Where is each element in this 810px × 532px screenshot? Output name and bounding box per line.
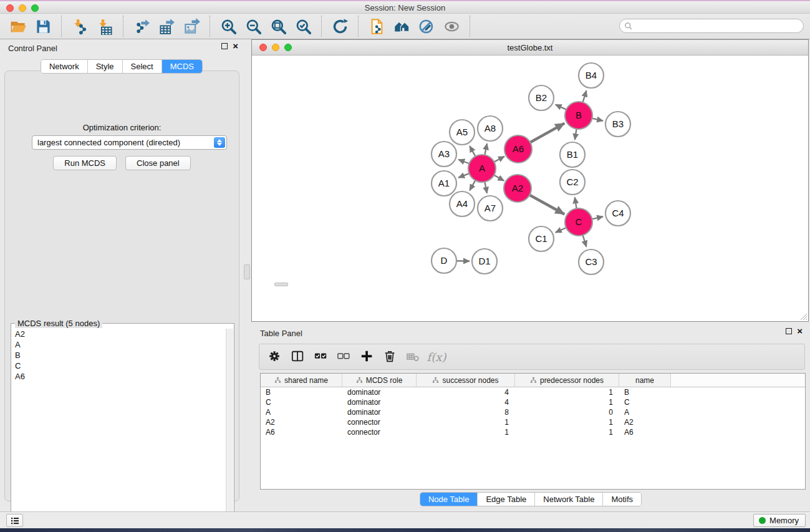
column-header-shared-name[interactable]: shared name bbox=[261, 374, 342, 387]
search-icon bbox=[624, 22, 633, 31]
zoom-selected-button[interactable] bbox=[291, 15, 316, 37]
table-tab-motifs[interactable]: Motifs bbox=[603, 493, 641, 506]
column-header-predecessor-nodes[interactable]: predecessor nodes bbox=[515, 374, 619, 387]
table-tab-node-table[interactable]: Node Table bbox=[420, 493, 478, 506]
table-row[interactable]: Adominator80A bbox=[261, 407, 805, 417]
window-title: Session: New Session bbox=[0, 3, 810, 12]
cell-name: B bbox=[619, 387, 671, 397]
table-tab-edge-table[interactable]: Edge Table bbox=[478, 493, 535, 506]
result-scrollbar[interactable] bbox=[226, 329, 233, 532]
graph-node-A4[interactable]: A4 bbox=[450, 191, 475, 216]
search-input[interactable] bbox=[633, 21, 803, 32]
graph-node-A1[interactable]: A1 bbox=[432, 171, 456, 196]
table-row[interactable]: A6connector11A6 bbox=[261, 427, 805, 437]
gear-button[interactable] bbox=[266, 347, 284, 367]
zoom-out-button[interactable] bbox=[241, 15, 266, 37]
export-table-button[interactable] bbox=[154, 15, 179, 37]
column-header-successor-nodes[interactable]: successor nodes bbox=[417, 374, 515, 387]
export-image-button[interactable] bbox=[179, 15, 204, 37]
graph-node-C2[interactable]: C2 bbox=[560, 170, 585, 195]
graph-node-B1[interactable]: B1 bbox=[560, 142, 585, 167]
tab-select[interactable]: Select bbox=[123, 60, 162, 73]
table-tab-network-table[interactable]: Network Table bbox=[535, 493, 603, 506]
close-panel-button[interactable]: Close panel bbox=[125, 156, 191, 170]
divider-handle[interactable] bbox=[244, 264, 250, 279]
result-item[interactable]: A2 bbox=[11, 329, 226, 339]
table-row[interactable]: Bdominator41B bbox=[261, 387, 805, 397]
result-item[interactable]: A6 bbox=[11, 371, 226, 382]
import-table-button[interactable] bbox=[92, 15, 117, 37]
graph-node-B4[interactable]: B4 bbox=[579, 63, 604, 88]
graph-node-B[interactable]: B bbox=[565, 102, 592, 129]
close-table-panel-icon[interactable]: × bbox=[797, 328, 803, 334]
criterion-dropdown[interactable]: largest connected component (directed) bbox=[32, 135, 227, 150]
check-pair-button[interactable] bbox=[312, 347, 330, 367]
graph-node-C4[interactable]: C4 bbox=[605, 201, 630, 226]
tab-mcds[interactable]: MCDS bbox=[162, 60, 202, 73]
save-session-button[interactable] bbox=[31, 15, 55, 37]
float-panel-icon[interactable] bbox=[221, 43, 228, 49]
graph-node-A7[interactable]: A7 bbox=[478, 196, 503, 221]
graph-node-D[interactable]: D bbox=[432, 248, 456, 273]
refresh-button[interactable] bbox=[327, 15, 352, 37]
graph-node-A2[interactable]: A2 bbox=[504, 175, 531, 202]
delete-column-icon bbox=[383, 350, 397, 364]
dropdown-stepper-icon bbox=[214, 137, 225, 148]
node-label: A8 bbox=[485, 123, 496, 133]
add-column-button[interactable] bbox=[358, 347, 377, 367]
tab-style[interactable]: Style bbox=[88, 60, 123, 73]
float-table-panel-icon[interactable] bbox=[786, 328, 792, 334]
function-builder-button[interactable]: f(x) bbox=[427, 347, 446, 367]
graph-node-A5[interactable]: A5 bbox=[450, 120, 475, 145]
cell-name: A2 bbox=[619, 417, 671, 427]
graph-node-C3[interactable]: C3 bbox=[579, 249, 604, 274]
table-tab-segment: Node TableEdge TableNetwork TableMotifs bbox=[420, 492, 642, 506]
graph-node-B3[interactable]: B3 bbox=[605, 112, 630, 137]
delete-table-button[interactable] bbox=[404, 347, 423, 367]
open-file-button[interactable] bbox=[6, 15, 31, 37]
import-network-button[interactable] bbox=[67, 15, 92, 37]
delete-column-button[interactable] bbox=[381, 347, 400, 367]
home-button[interactable] bbox=[389, 15, 414, 37]
run-mcds-button[interactable]: Run MCDS bbox=[53, 156, 117, 170]
graph-node-C1[interactable]: C1 bbox=[529, 226, 554, 251]
mcds-result-list[interactable]: A2ABCA6 bbox=[11, 329, 226, 532]
uncheck-pair-button[interactable] bbox=[335, 347, 354, 367]
memory-button[interactable]: Memory bbox=[753, 514, 806, 527]
split-columns-button[interactable] bbox=[289, 347, 307, 367]
graph-node-A3[interactable]: A3 bbox=[432, 142, 456, 167]
result-item[interactable]: A bbox=[11, 339, 226, 350]
column-header-MCDS-role[interactable]: MCDS role bbox=[342, 374, 417, 387]
graph-node-D1[interactable]: D1 bbox=[472, 249, 497, 274]
graph-node-A6[interactable]: A6 bbox=[504, 135, 532, 163]
node-label: C4 bbox=[612, 208, 624, 218]
network-canvas[interactable]: A5A8A3A1A4A7AA6A2B2B4BB3B1C2CC4C1C3DD1 bbox=[252, 56, 808, 321]
show-panels-button[interactable] bbox=[6, 514, 23, 527]
eye-button[interactable] bbox=[439, 15, 464, 37]
zoom-fit-button[interactable] bbox=[266, 15, 291, 37]
column-header-name[interactable]: name bbox=[619, 374, 671, 387]
horizontal-divider-handle[interactable] bbox=[274, 283, 288, 286]
table-row[interactable]: Cdominator41C bbox=[261, 397, 805, 407]
tab-network[interactable]: Network bbox=[41, 60, 88, 73]
graph-node-A[interactable]: A bbox=[468, 155, 496, 182]
node-label: A4 bbox=[456, 198, 468, 209]
graph-node-A8[interactable]: A8 bbox=[478, 116, 503, 141]
close-panel-icon[interactable]: × bbox=[233, 43, 238, 49]
resize-grip-icon[interactable] bbox=[799, 312, 808, 321]
network-window-titlebar[interactable]: testGlobe.txt bbox=[252, 40, 808, 56]
table-row[interactable]: A2connector11A2 bbox=[261, 417, 805, 427]
hide-graphics-details-button[interactable] bbox=[414, 15, 439, 37]
vertical-split-divider[interactable] bbox=[243, 39, 251, 511]
export-network-button[interactable] bbox=[129, 15, 154, 37]
graph-node-C[interactable]: C bbox=[565, 208, 592, 236]
cell-name: A6 bbox=[619, 427, 671, 437]
result-item[interactable]: C bbox=[11, 360, 226, 371]
new-network-from-selection-button[interactable] bbox=[364, 15, 389, 37]
node-label: C3 bbox=[585, 256, 597, 267]
search-field[interactable] bbox=[619, 19, 804, 33]
zoom-in-button[interactable] bbox=[216, 15, 241, 37]
check-pair-icon bbox=[314, 350, 328, 364]
result-item[interactable]: B bbox=[11, 350, 226, 360]
graph-node-B2[interactable]: B2 bbox=[529, 85, 554, 110]
